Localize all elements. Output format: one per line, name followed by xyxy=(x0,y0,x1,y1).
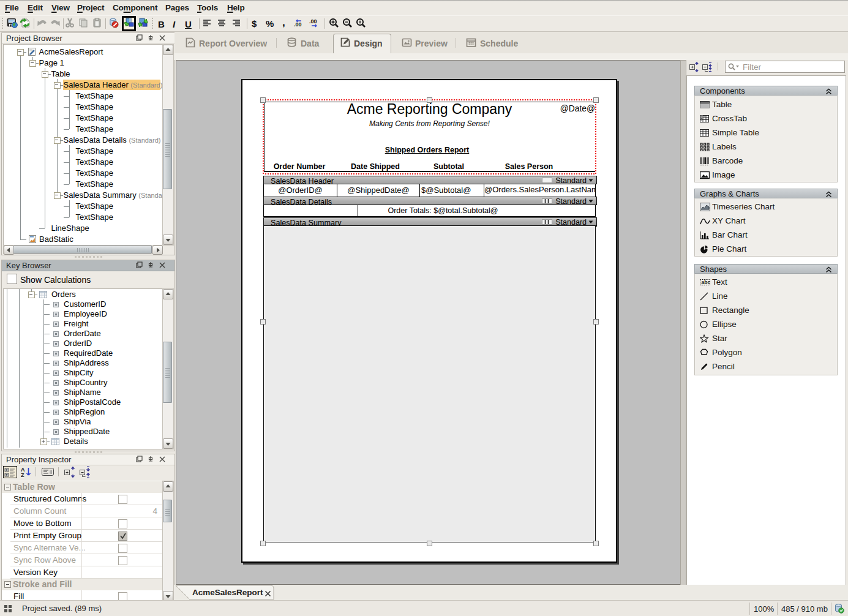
svg-text:Z: Z xyxy=(21,472,24,478)
svg-text:abc: abc xyxy=(702,279,711,285)
svg-text:.00: .00 xyxy=(294,21,302,28)
svg-text:.00: .00 xyxy=(309,18,317,24)
